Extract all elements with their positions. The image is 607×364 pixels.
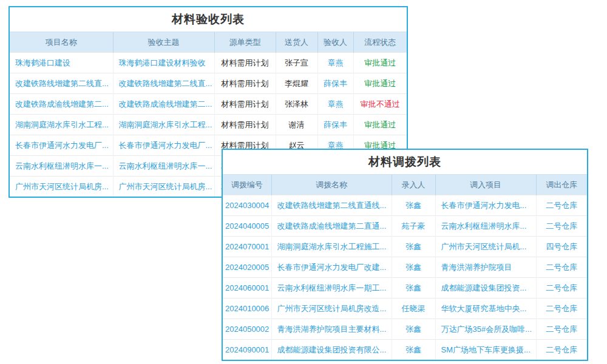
table-row: 2024050002 青海洪湖养护院项目主要材料... 张鑫 万达广场35#会所… xyxy=(223,319,587,340)
table-row: 2024010006 广州市天河区统计局机房改造... 任晓渠 华软大厦研究基地… xyxy=(223,298,587,319)
acceptor-link[interactable]: 章燕 xyxy=(317,53,353,73)
table-row: 2024090001 成都能源建设集团投资有限公... 张鑫 SM广场地下车库更… xyxy=(223,340,587,360)
col-header-project-name: 项目名称 xyxy=(10,32,113,53)
out-warehouse-link[interactable]: 二号仓库 xyxy=(536,298,587,319)
status-badge: 审批通过 xyxy=(364,58,396,67)
flow-status-cell: 审批通过 xyxy=(353,53,407,73)
col-header-out-warehouse: 调出仓库 xyxy=(536,175,587,195)
page: 材料验收列表 项目名称 验收主题 源单类型 送货人 验收人 流程状态 珠海鹤港口… xyxy=(0,0,607,364)
transfer-header-row: 调拨编号 调拨名称 录入人 调入项目 调出仓库 xyxy=(223,175,587,195)
in-project-link[interactable]: 青海洪湖养护院项目 xyxy=(435,257,536,278)
transfer-code-link[interactable]: 2024050002 xyxy=(223,319,271,340)
entry-person-link[interactable]: 张鑫 xyxy=(392,340,435,360)
transfer-code-link[interactable]: 2024030004 xyxy=(223,195,271,216)
col-header-entry-person: 录入人 xyxy=(392,175,435,195)
acceptance-subject-link[interactable]: 湖南洞庭湖水库引水工程... xyxy=(113,115,214,135)
transfer-code-link[interactable]: 2024040005 xyxy=(223,216,271,237)
acceptance-subject-link[interactable]: 广州市天河区统计局机房... xyxy=(113,177,214,197)
table-row: 2024020005 长春市伊通河水力发电厂改建... 张鑫 青海洪湖养护院项目… xyxy=(223,257,587,278)
transfer-code-link[interactable]: 2024090001 xyxy=(223,340,271,360)
deliverer-cell: 张子宣 xyxy=(276,53,317,73)
out-warehouse-link[interactable]: 二号仓库 xyxy=(536,319,587,340)
in-project-link[interactable]: 华软大厦研究基地中央... xyxy=(435,298,536,319)
acceptor-link[interactable]: 薛保丰 xyxy=(317,115,353,135)
project-name-link[interactable]: 改建铁路成渝线增建第二... xyxy=(10,94,113,115)
acceptance-subject-link[interactable]: 长春市伊通河水力发电厂... xyxy=(113,135,214,156)
flow-status-cell: 审批通过 xyxy=(353,115,407,135)
entry-person-link[interactable]: 张鑫 xyxy=(392,257,435,278)
status-badge: 审批不通过 xyxy=(361,99,400,109)
source-type-cell: 材料需用计划 xyxy=(214,73,276,94)
transfer-name-link[interactable]: 广州市天河区统计局机房改造... xyxy=(271,298,392,319)
col-header-flow-status: 流程状态 xyxy=(353,32,407,53)
table-row: 改建铁路线增建第二线直... 改建铁路线增建第二线直... 材料需用计划 李焜耀… xyxy=(10,73,407,94)
table-row: 2024030004 改建铁路线增建第二线直通线... 张鑫 长春市伊通河水力发… xyxy=(223,195,587,216)
source-type-cell: 材料需用计划 xyxy=(214,53,276,73)
acceptance-subject-link[interactable]: 云南水利枢纽潜明水库一... xyxy=(113,156,214,177)
entry-person-link[interactable]: 张鑫 xyxy=(392,278,435,298)
col-header-deliverer: 送货人 xyxy=(276,32,317,53)
transfer-code-link[interactable]: 2024010006 xyxy=(223,298,271,319)
project-name-link[interactable]: 长春市伊通河水力发电厂... xyxy=(10,135,113,156)
source-type-cell: 材料需用计划 xyxy=(214,94,276,115)
project-name-link[interactable]: 湖南洞庭湖水库引水工程... xyxy=(10,115,113,135)
flow-status-cell: 审批不通过 xyxy=(353,94,407,115)
project-name-link[interactable]: 云南水利枢纽潜明水库一... xyxy=(10,156,113,177)
acceptance-subject-link[interactable]: 改建铁路成渝线增建第二... xyxy=(113,94,214,115)
table-row: 2024040005 改建铁路成渝线增建第二直通... 苑子豪 云南水利枢纽潜明… xyxy=(223,216,587,237)
entry-person-link[interactable]: 张鑫 xyxy=(392,195,435,216)
acceptor-link[interactable]: 薛保丰 xyxy=(317,73,353,94)
in-project-link[interactable]: 云南水利枢纽潜明水库... xyxy=(435,216,536,237)
transfer-name-link[interactable]: 改建铁路成渝线增建第二直通... xyxy=(271,216,392,237)
project-name-link[interactable]: 广州市天河区统计局机房... xyxy=(10,177,113,197)
transfer-list-panel: 材料调拨列表 调拨编号 调拨名称 录入人 调入项目 调出仓库 202403000… xyxy=(222,149,588,361)
table-row: 湖南洞庭湖水库引水工程... 湖南洞庭湖水库引水工程... 材料需用计划 谢清 … xyxy=(10,115,407,135)
out-warehouse-link[interactable]: 二号仓库 xyxy=(536,216,587,237)
entry-person-link[interactable]: 张鑫 xyxy=(392,237,435,257)
acceptance-subject-link[interactable]: 改建铁路线增建第二线直... xyxy=(113,73,214,94)
col-header-acceptance-subject: 验收主题 xyxy=(113,32,214,53)
transfer-code-link[interactable]: 2024060001 xyxy=(223,278,271,298)
project-name-link[interactable]: 改建铁路线增建第二线直... xyxy=(10,73,113,94)
transfer-name-link[interactable]: 改建铁路线增建第二线直通线... xyxy=(271,195,392,216)
transfer-name-link[interactable]: 成都能源建设集团投资有限公... xyxy=(271,340,392,360)
table-row: 2024060001 云南水利枢纽潜明水库一期工... 张鑫 成都能源建设集团投… xyxy=(223,278,587,298)
acceptor-link[interactable]: 章燕 xyxy=(317,94,353,115)
out-warehouse-link[interactable]: 二号仓库 xyxy=(536,340,587,360)
in-project-link[interactable]: 成都能源建设集团投资... xyxy=(435,278,536,298)
deliverer-cell: 张泽林 xyxy=(276,94,317,115)
acceptance-subject-link[interactable]: 珠海鹤港口建设材料验收 xyxy=(113,53,214,73)
transfer-name-link[interactable]: 湖南洞庭湖水库引水工程施工... xyxy=(271,237,392,257)
table-row: 珠海鹤港口建设 珠海鹤港口建设材料验收 材料需用计划 张子宣 章燕 审批通过 xyxy=(10,53,407,73)
status-badge: 审批通过 xyxy=(364,79,396,88)
in-project-link[interactable]: SM广场地下车库更换摄... xyxy=(435,340,536,360)
col-header-transfer-name: 调拨名称 xyxy=(271,175,392,195)
out-warehouse-link[interactable]: 二号仓库 xyxy=(536,195,587,216)
table-row: 改建铁路成渝线增建第二... 改建铁路成渝线增建第二... 材料需用计划 张泽林… xyxy=(10,94,407,115)
transfer-name-link[interactable]: 长春市伊通河水力发电厂改建... xyxy=(271,257,392,278)
entry-person-link[interactable]: 苑子豪 xyxy=(392,216,435,237)
in-project-link[interactable]: 长春市伊通河水力发电... xyxy=(435,195,536,216)
deliverer-cell: 李焜耀 xyxy=(276,73,317,94)
table-row: 2024070001 湖南洞庭湖水库引水工程施工... 张鑫 广州市天河区统计局… xyxy=(223,237,587,257)
project-name-link[interactable]: 珠海鹤港口建设 xyxy=(10,53,113,73)
in-project-link[interactable]: 万达广场35#会所及咖啡... xyxy=(435,319,536,340)
source-type-cell: 材料需用计划 xyxy=(214,115,276,135)
in-project-link[interactable]: 广州市天河区统计局机... xyxy=(435,237,536,257)
transfer-name-link[interactable]: 青海洪湖养护院项目主要材料... xyxy=(271,319,392,340)
entry-person-link[interactable]: 张鑫 xyxy=(392,319,435,340)
out-warehouse-link[interactable]: 二号仓库 xyxy=(536,278,587,298)
entry-person-link[interactable]: 任晓渠 xyxy=(392,298,435,319)
status-badge: 审批通过 xyxy=(364,120,396,129)
acceptance-header-row: 项目名称 验收主题 源单类型 送货人 验收人 流程状态 xyxy=(10,32,407,53)
transfer-code-link[interactable]: 2024070001 xyxy=(223,237,271,257)
out-warehouse-link[interactable]: 四号仓库 xyxy=(536,237,587,257)
transfer-code-link[interactable]: 2024020005 xyxy=(223,257,271,278)
out-warehouse-link[interactable]: 二号仓库 xyxy=(536,257,587,278)
flow-status-cell: 审批通过 xyxy=(353,73,407,94)
transfer-name-link[interactable]: 云南水利枢纽潜明水库一期工... xyxy=(271,278,392,298)
transfer-list-title: 材料调拨列表 xyxy=(223,150,587,175)
col-header-source-type: 源单类型 xyxy=(214,32,276,53)
deliverer-cell: 谢清 xyxy=(276,115,317,135)
col-header-in-project: 调入项目 xyxy=(435,175,536,195)
